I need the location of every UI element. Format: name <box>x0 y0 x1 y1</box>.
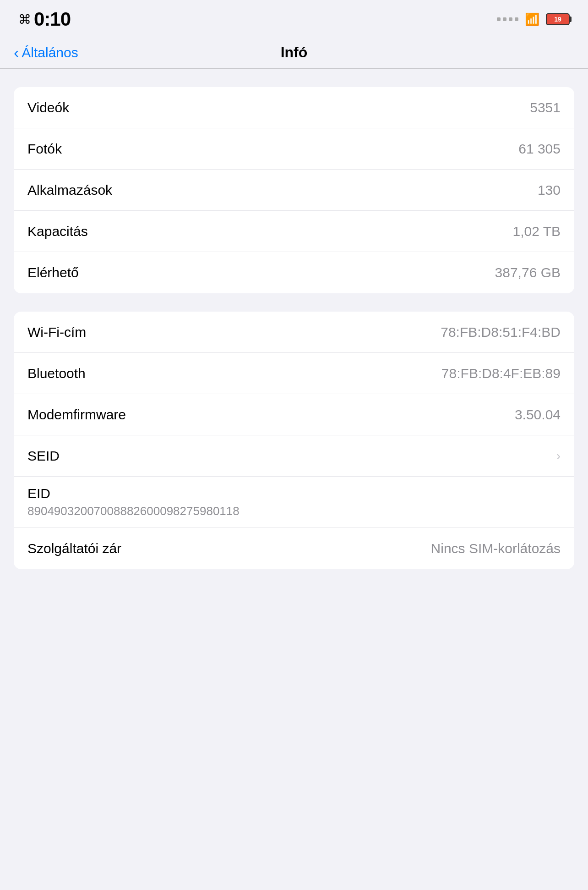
row-label-wifi: Wi-Fi-cím <box>27 324 86 340</box>
stats-section: Videók 5351 Fotók 61 305 Alkalmazások 13… <box>14 87 574 293</box>
signal-icon <box>497 17 518 21</box>
wifi-icon: 📶 <box>525 12 539 27</box>
back-label: Általános <box>22 45 78 60</box>
row-label-capacity: Kapacitás <box>27 224 88 239</box>
row-value-modem: 3.50.04 <box>515 407 561 423</box>
row-label-carrier-lock: Szolgáltatói zár <box>27 541 121 556</box>
seid-row[interactable]: SEID › <box>14 435 574 477</box>
seid-value-container: › <box>552 449 561 463</box>
row-value-carrier-lock: Nincs SIM-korlátozás <box>431 541 561 556</box>
network-section: Wi-Fi-cím 78:FB:D8:51:F4:BD Bluetooth 78… <box>14 312 574 569</box>
back-button[interactable]: ‹ Általános <box>14 45 78 60</box>
row-value-videos: 5351 <box>530 100 561 115</box>
row-label-photos: Fotók <box>27 141 62 157</box>
row-label-available: Elérhető <box>27 265 79 280</box>
row-value-apps: 130 <box>538 182 561 198</box>
table-row: Fotók 61 305 <box>14 128 574 170</box>
table-row: Videók 5351 <box>14 87 574 128</box>
status-time: 0:10 <box>34 8 71 30</box>
status-bar-right: 📶 19 <box>497 12 570 27</box>
row-label-apps: Alkalmazások <box>27 182 112 198</box>
table-row: Wi-Fi-cím 78:FB:D8:51:F4:BD <box>14 312 574 353</box>
row-value-eid: 89049032007008882600098275980118 <box>27 504 240 518</box>
row-label-bluetooth: Bluetooth <box>27 366 86 381</box>
status-bar: ⌘ 0:10 📶 19 <box>0 0 588 37</box>
chevron-right-icon: › <box>556 449 561 463</box>
apple-logo-icon: ⌘ <box>18 12 31 27</box>
table-row: Modemfirmware 3.50.04 <box>14 394 574 435</box>
battery-icon: 19 <box>546 13 570 25</box>
table-row: Alkalmazások 130 <box>14 170 574 211</box>
row-value-photos: 61 305 <box>518 141 561 157</box>
table-row: Elérhető 387,76 GB <box>14 252 574 293</box>
nav-bar: ‹ Általános Infó <box>0 37 588 69</box>
row-value-capacity: 1,02 TB <box>512 224 561 239</box>
table-row: Bluetooth 78:FB:D8:4F:EB:89 <box>14 353 574 394</box>
table-row: Kapacitás 1,02 TB <box>14 211 574 252</box>
battery-indicator: 19 <box>546 13 570 25</box>
status-bar-left: ⌘ 0:10 <box>18 8 71 30</box>
row-value-wifi: 78:FB:D8:51:F4:BD <box>441 324 561 340</box>
carrier-lock-row: Szolgáltatói zár Nincs SIM-korlátozás <box>14 528 574 569</box>
row-label-eid: EID <box>27 486 50 501</box>
eid-row: EID 89049032007008882600098275980118 <box>14 477 574 528</box>
page-title: Infó <box>281 44 308 61</box>
row-value-available: 387,76 GB <box>495 265 561 280</box>
row-value-bluetooth: 78:FB:D8:4F:EB:89 <box>441 366 561 381</box>
back-chevron-icon: ‹ <box>14 44 19 60</box>
row-label-videos: Videók <box>27 100 69 115</box>
row-label-seid: SEID <box>27 448 60 464</box>
content-area: Videók 5351 Fotók 61 305 Alkalmazások 13… <box>0 69 588 606</box>
battery-level-text: 19 <box>554 16 561 23</box>
row-label-modem: Modemfirmware <box>27 407 126 423</box>
